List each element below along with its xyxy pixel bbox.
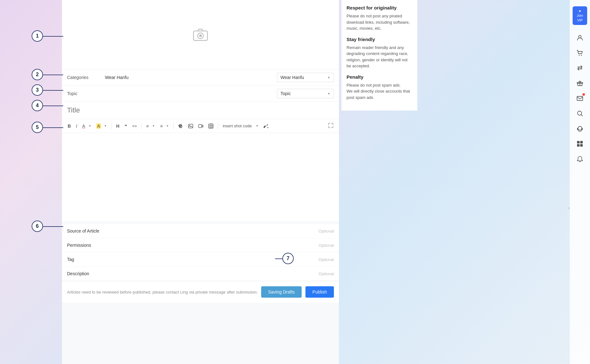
clear-format-button[interactable] xyxy=(262,122,271,130)
table-icon xyxy=(208,124,213,129)
text-color-button[interactable]: A ▼ xyxy=(80,122,93,130)
cover-image-area[interactable] xyxy=(62,0,339,70)
camera-icon xyxy=(192,27,209,43)
heading-label: H xyxy=(116,124,120,129)
svg-rect-22 xyxy=(577,141,580,143)
mail-button[interactable] xyxy=(574,92,586,105)
source-row: Source of Article Optional xyxy=(62,224,339,238)
svg-rect-6 xyxy=(209,124,213,128)
bullet-list-button[interactable]: ≡ ▼ xyxy=(158,122,171,130)
rule-3-text: Please do not post spam ads. We will dir… xyxy=(347,82,412,101)
categories-chevron-icon: ▼ xyxy=(327,76,330,79)
rules-panel: Respect for originality Please do not po… xyxy=(341,0,417,111)
insert-shot-label: insert shot code xyxy=(223,124,252,128)
publish-button[interactable]: Publish xyxy=(305,286,334,298)
exchange-icon xyxy=(576,64,583,71)
mail-badge xyxy=(582,93,585,96)
highlight-label: A xyxy=(96,124,101,129)
clear-icon xyxy=(264,124,269,129)
additional-fields: Source of Article Optional Permissions O… xyxy=(62,224,339,281)
annotation-5: 5 xyxy=(32,122,43,133)
code-button[interactable]: <> xyxy=(130,122,139,130)
insert-shot-button[interactable]: insert shot code ▼ xyxy=(221,122,261,130)
quote-label: ❝ xyxy=(125,124,127,129)
topic-selected-value: Topic xyxy=(280,91,291,96)
annotation-7: 7 xyxy=(282,253,294,264)
svg-rect-21 xyxy=(582,128,583,130)
rule-1-title: Respect for originality xyxy=(347,5,412,10)
tag-row: Tag Optional xyxy=(62,252,339,267)
annotation-line-6 xyxy=(43,226,63,227)
categories-selected-value: Wear Hanfu xyxy=(280,75,304,80)
categories-select[interactable]: Wear Hanfu ▼ xyxy=(277,73,334,82)
topic-select[interactable]: Topic ▼ xyxy=(277,89,334,98)
tag-optional: Optional xyxy=(319,257,334,262)
rule-2-title: Stay friendly xyxy=(347,37,412,42)
ordered-list-button[interactable]: ≡ ▼ xyxy=(144,122,157,130)
editor-footer: Articles need to be reviewed before publ… xyxy=(62,281,339,303)
quote-button[interactable]: ❝ xyxy=(123,122,129,130)
ordered-list-label: ≡ xyxy=(146,124,149,129)
gift-icon xyxy=(576,80,583,87)
search-button[interactable] xyxy=(574,107,586,120)
expand-button[interactable] xyxy=(326,122,335,130)
headset-icon xyxy=(576,125,583,132)
topic-row: Topic Topic ▼ xyxy=(62,86,339,102)
image-icon xyxy=(188,124,193,129)
user-icon xyxy=(576,34,583,41)
insert-shot-chevron-icon: ▼ xyxy=(255,124,259,128)
permissions-optional: Optional xyxy=(319,243,334,248)
title-area xyxy=(62,102,339,119)
svg-rect-25 xyxy=(580,144,583,147)
footer-note: Articles need to be reviewed before publ… xyxy=(67,290,258,294)
annotation-line-5 xyxy=(43,127,63,128)
link-icon xyxy=(178,124,183,129)
permissions-row: Permissions Optional xyxy=(62,238,339,252)
topic-chevron-icon: ▼ xyxy=(327,92,330,95)
title-input[interactable] xyxy=(67,106,334,114)
annotation-6: 6 xyxy=(32,221,43,232)
user-profile-button[interactable] xyxy=(574,31,586,44)
annotation-2: 2 xyxy=(32,69,43,80)
save-drafts-button[interactable]: Saving Drafts xyxy=(261,286,302,298)
bullet-list-chevron-icon: ▼ xyxy=(166,124,169,128)
link-button[interactable] xyxy=(176,122,185,130)
annotation-line-7 xyxy=(275,258,283,259)
toolbar-separator-2 xyxy=(141,123,142,129)
editor-content-area[interactable] xyxy=(62,133,339,221)
footer-buttons: Saving Drafts Publish xyxy=(261,286,334,298)
source-input[interactable] xyxy=(118,228,319,234)
video-button[interactable] xyxy=(196,122,205,130)
join-vip-button[interactable]: ♥ Join VIP xyxy=(573,6,587,25)
scroll-indicator: › xyxy=(568,205,570,210)
italic-button[interactable]: I xyxy=(74,122,79,130)
svg-rect-5 xyxy=(199,124,202,128)
permissions-input[interactable] xyxy=(118,243,319,248)
description-optional: Optional xyxy=(319,271,334,276)
rule-3: Penalty Please do not post spam ads. We … xyxy=(347,74,412,101)
exchange-button[interactable] xyxy=(574,62,586,74)
color-label: A xyxy=(82,124,85,129)
bullet-list-label: ≡ xyxy=(160,124,163,129)
highlight-button[interactable]: A ▼ xyxy=(95,122,109,130)
annotation-line-1 xyxy=(43,36,63,37)
bold-button[interactable]: B xyxy=(66,122,73,130)
categories-value: Wear Hanfu xyxy=(105,75,277,80)
heading-button[interactable]: H xyxy=(114,122,121,130)
cart-button[interactable] xyxy=(574,46,586,59)
rule-1: Respect for originality Please do not po… xyxy=(347,5,412,32)
video-icon xyxy=(198,124,203,129)
table-button[interactable] xyxy=(206,122,215,130)
svg-rect-24 xyxy=(577,144,580,147)
description-input[interactable] xyxy=(118,271,319,276)
svg-point-12 xyxy=(579,35,581,38)
gift-button[interactable] xyxy=(574,77,586,89)
notification-button[interactable] xyxy=(574,153,586,165)
code-label: <> xyxy=(132,124,137,128)
image-button[interactable] xyxy=(186,122,195,130)
bell-icon xyxy=(576,155,583,162)
source-optional: Optional xyxy=(319,229,334,234)
topic-label: Topic xyxy=(67,91,105,96)
support-button[interactable] xyxy=(574,122,586,135)
apps-button[interactable] xyxy=(574,137,586,150)
